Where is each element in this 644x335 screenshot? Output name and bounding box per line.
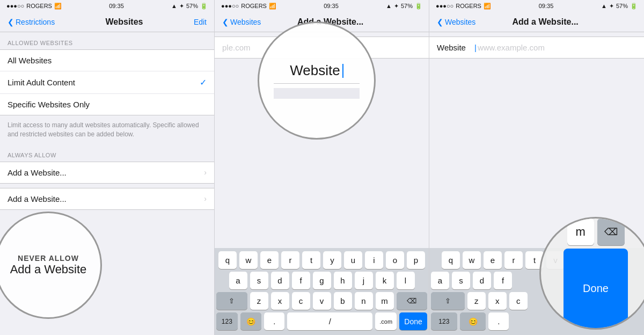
signal-dots-3: ●●●○○ <box>436 3 453 9</box>
delete-key-2[interactable]: ⌫ <box>397 292 428 310</box>
battery-icon-3: 🔋 <box>630 3 638 10</box>
bluetooth-icon-2: ✦ <box>394 3 399 10</box>
add-always-label: Add a Website... <box>8 168 67 177</box>
key-h-2[interactable]: h <box>334 272 352 289</box>
nav-bar-1: ❮ Restrictions Websites Edit <box>0 12 214 32</box>
status-left-3: ●●●○○ ROGERS 📶 <box>436 3 491 10</box>
key-k-2[interactable]: k <box>376 272 394 289</box>
done-key-callout[interactable]: Done <box>564 249 628 328</box>
key-dotcom-2[interactable]: .com <box>375 312 397 330</box>
back-button-2[interactable]: ❮ Websites <box>222 18 261 26</box>
list-item-add-never[interactable]: Add a Website... › <box>0 188 214 209</box>
website-input-row[interactable]: Website | www.example.com <box>429 37 644 59</box>
key-slash-2[interactable]: / <box>287 312 372 330</box>
key-x-2[interactable]: x <box>271 292 289 310</box>
key-a-2[interactable]: a <box>229 272 247 289</box>
key-u-2[interactable]: u <box>344 251 362 269</box>
list-item-all-websites[interactable]: All Websites <box>0 50 214 71</box>
list-item-add-always[interactable]: Add a Website... › <box>0 162 214 183</box>
key-x-3[interactable]: x <box>488 292 507 310</box>
signal-dots-2: ●●●○○ <box>221 3 239 9</box>
key-n-2[interactable]: n <box>355 292 373 310</box>
status-bar-3: ●●●○○ ROGERS 📶 09:35 ▲ ✦ 57% 🔋 <box>429 0 644 12</box>
time-2: 09:35 <box>324 3 339 9</box>
website-placeholder: www.example.com <box>478 43 545 52</box>
key-b-2[interactable]: b <box>334 292 352 310</box>
wifi-icon-1: 📶 <box>54 3 62 10</box>
list-item-specific-websites[interactable]: Specific Websites Only <box>0 94 214 115</box>
edit-button-1[interactable]: Edit <box>194 18 207 26</box>
key-v-2[interactable]: v <box>313 292 331 310</box>
key-123-3[interactable]: 123 <box>431 312 457 330</box>
carrier-2: ROGERS <box>241 3 267 9</box>
key-emoji-3[interactable]: 😊 <box>460 312 486 330</box>
key-s-2[interactable]: s <box>250 272 268 289</box>
status-bar-1: ●●●○○ ROGERS 📶 09:35 ▲ ✦ 57% 🔋 <box>0 0 214 12</box>
info-box: Limit access to many adult websites auto… <box>0 115 214 144</box>
key-r-3[interactable]: r <box>504 251 523 269</box>
callout-panel3: m ⌫ Done <box>539 217 644 330</box>
chevron-left-icon-1: ❮ <box>8 18 14 26</box>
wifi-icon-3: 📶 <box>484 3 491 10</box>
battery-1: 57% <box>186 3 198 9</box>
never-allow-list: Add a Website... › <box>0 188 214 210</box>
key-g-2[interactable]: g <box>313 272 331 289</box>
key-m-callout[interactable]: m <box>567 219 595 245</box>
key-e-3[interactable]: e <box>484 251 502 269</box>
key-a-3[interactable]: a <box>431 272 449 289</box>
key-period-2[interactable]: . <box>264 312 284 330</box>
done-key-2[interactable]: Done <box>399 312 427 330</box>
key-row-2-3: ⇧ z x c v b n m ⌫ <box>216 292 427 310</box>
key-s-3[interactable]: s <box>452 272 470 289</box>
key-z-3[interactable]: z <box>467 292 486 310</box>
key-q-3[interactable]: q <box>442 251 460 269</box>
cursor-2 <box>342 64 343 78</box>
key-c-2[interactable]: c <box>292 292 310 310</box>
key-f-3[interactable]: f <box>494 272 512 289</box>
key-row-2-4: 123 😊 . / .com Done <box>216 312 427 330</box>
chevron-left-icon-3: ❮ <box>437 18 443 26</box>
section-header-always: ALWAYS ALLOW <box>0 144 214 162</box>
delete-key-callout[interactable]: ⌫ <box>597 219 625 245</box>
carrier-1: ROGERS <box>26 3 52 9</box>
key-z-2[interactable]: z <box>250 292 268 310</box>
panel-3: ●●●○○ ROGERS 📶 09:35 ▲ ✦ 57% 🔋 ❮ Website… <box>429 0 644 335</box>
carrier-3: ROGERS <box>456 3 481 9</box>
key-y-2[interactable]: y <box>323 251 341 269</box>
list-item-limit-adult[interactable]: Limit Adult Content ✓ <box>0 71 214 94</box>
key-shift-2[interactable]: ⇧ <box>216 292 247 310</box>
key-l-2[interactable]: l <box>397 272 415 289</box>
location-icon-3: ▲ <box>601 3 607 9</box>
key-e-2[interactable]: e <box>260 251 279 269</box>
key-r-2[interactable]: r <box>281 251 299 269</box>
section-header-allowed: ALLOWED WEBSITES <box>0 32 214 49</box>
key-t-2[interactable]: t <box>302 251 320 269</box>
specific-websites-label: Specific Websites Only <box>8 100 90 109</box>
key-d-3[interactable]: d <box>473 272 491 289</box>
key-m-2[interactable]: m <box>376 292 394 310</box>
key-123-2[interactable]: 123 <box>216 312 238 330</box>
key-f-2[interactable]: f <box>292 272 310 289</box>
key-w-3[interactable]: w <box>463 251 481 269</box>
key-j-2[interactable]: j <box>355 272 373 289</box>
key-p-2[interactable]: p <box>407 251 425 269</box>
back-label-3: Websites <box>445 18 475 26</box>
panel3-input-section: Website | www.example.com <box>429 37 644 59</box>
key-d-2[interactable]: d <box>271 272 289 289</box>
status-right-2: ▲ ✦ 57% 🔋 <box>386 3 422 10</box>
key-o-2[interactable]: o <box>386 251 404 269</box>
key-q-2[interactable]: q <box>218 251 237 269</box>
status-left-2: ●●●○○ ROGERS 📶 <box>221 3 276 10</box>
back-button-3[interactable]: ❮ Websites <box>437 18 475 26</box>
key-w-2[interactable]: w <box>239 251 258 269</box>
key-i-2[interactable]: i <box>365 251 383 269</box>
nav-title-1: Websites <box>106 17 143 27</box>
back-button-1[interactable]: ❮ Restrictions <box>8 18 55 26</box>
never-allow-callout-label: NEVER ALLOW <box>18 254 79 263</box>
key-period-3[interactable]: . <box>488 312 509 330</box>
key-shift-3[interactable]: ⇧ <box>431 292 465 310</box>
key-emoji-2[interactable]: 😊 <box>240 312 262 330</box>
key-c-3[interactable]: c <box>509 292 528 310</box>
callout-panel2: Website <box>258 21 376 140</box>
battery-3: 57% <box>616 3 628 9</box>
